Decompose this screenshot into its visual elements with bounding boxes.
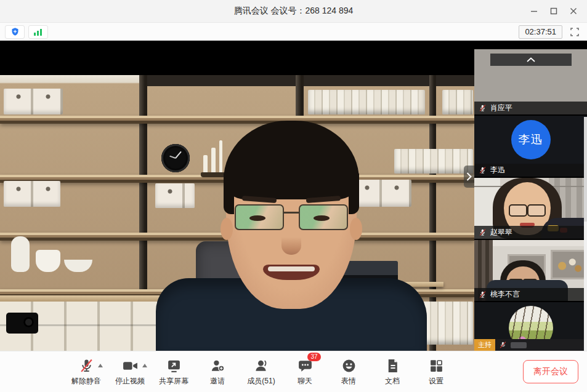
main-video[interactable] xyxy=(0,41,474,351)
storage-box xyxy=(4,181,60,207)
chevron-right-icon xyxy=(466,172,472,181)
chevron-up-icon xyxy=(527,57,535,62)
participant-name-bar: 李迅 xyxy=(474,164,587,177)
unmute-button[interactable]: 解除静音 xyxy=(69,358,103,386)
speaker-person xyxy=(156,110,427,351)
invite-icon xyxy=(210,358,225,374)
storage-box xyxy=(4,89,63,114)
stop-video-button[interactable]: 停止视频 xyxy=(113,358,147,386)
scroll-up-button[interactable] xyxy=(490,54,572,66)
share-screen-button[interactable]: 共享屏幕 xyxy=(156,358,191,386)
meeting-timer: 02:37:51 xyxy=(519,25,562,39)
mic-muted-icon xyxy=(479,290,487,298)
share-screen-icon xyxy=(166,358,182,374)
participant-name-bar: 桃李不言 xyxy=(474,288,587,301)
participant-name: 赵翠翠 xyxy=(490,227,512,238)
shelf-top-board xyxy=(139,75,474,86)
leave-meeting-button[interactable]: 离开会议 xyxy=(523,360,578,383)
members-icon xyxy=(254,358,269,374)
docs-button[interactable]: 文档 xyxy=(375,358,410,386)
participant-tile[interactable]: 桃李不言 xyxy=(474,240,587,301)
network-quality-button[interactable] xyxy=(28,25,48,39)
members-button[interactable]: 成员(51) xyxy=(244,358,278,386)
glasses xyxy=(235,204,284,230)
close-button[interactable] xyxy=(564,3,583,19)
mic-options-arrow[interactable] xyxy=(98,364,103,367)
participant-tile[interactable]: 主持 xyxy=(474,302,587,351)
status-bar: 02:37:51 xyxy=(0,23,587,41)
mic-muted-icon xyxy=(499,341,507,349)
main-video-scene xyxy=(0,75,474,351)
sidebar-collapse-arrow[interactable] xyxy=(464,166,474,188)
participant-name: 肖应平 xyxy=(490,103,512,113)
document-icon xyxy=(385,358,400,374)
participant-name: 桃李不言 xyxy=(490,289,520,300)
window-title: 腾讯会议 会议号：268 124 894 xyxy=(234,6,354,17)
mic-muted-icon xyxy=(79,358,94,374)
signal-bars-icon xyxy=(33,28,43,36)
meeting-toolbar: 解除静音 停止视频 共享屏幕 xyxy=(0,351,587,392)
mic-muted-icon xyxy=(479,228,487,236)
vase xyxy=(11,236,30,272)
settings-icon xyxy=(429,358,444,374)
meeting-security-button[interactable] xyxy=(5,25,25,39)
vase xyxy=(36,250,60,272)
video-options-arrow[interactable] xyxy=(142,364,147,367)
fullscreen-icon xyxy=(570,28,579,36)
shield-plus-icon xyxy=(10,27,20,36)
participant-tile[interactable]: 赵翠翠 xyxy=(474,178,587,239)
window-controls xyxy=(524,0,583,22)
chat-button[interactable]: 37 聊天 xyxy=(288,358,322,386)
settings-button[interactable]: 设置 xyxy=(419,358,453,386)
emoji-button[interactable]: 表情 xyxy=(331,358,366,386)
invite-button[interactable]: 邀请 xyxy=(200,358,235,386)
participant-tile[interactable]: 李迅 李迅 xyxy=(474,116,587,177)
participant-name-bar: 肖应平 xyxy=(474,102,587,114)
participant-name: 李迅 xyxy=(490,165,505,175)
books xyxy=(442,90,473,114)
sidebar-scrollbar[interactable] xyxy=(584,117,587,351)
emoji-icon xyxy=(341,358,357,374)
maximize-button[interactable] xyxy=(544,3,564,19)
participant-tile[interactable]: 肖应平 xyxy=(474,49,587,114)
avatar: 李迅 xyxy=(511,120,551,159)
picture-frame xyxy=(551,250,586,279)
host-badge: 主持 xyxy=(474,339,495,351)
camera-prop xyxy=(6,313,38,334)
participant-name-bar: 赵翠翠 xyxy=(474,226,587,239)
participant-name-cropped xyxy=(511,342,527,348)
bowl xyxy=(64,260,92,272)
title-bar: 腾讯会议 会议号：268 124 894 xyxy=(0,0,587,23)
participants-sidebar: 肖应平 李迅 李迅 xyxy=(474,41,587,351)
chat-unread-badge: 37 xyxy=(307,353,320,361)
mic-muted-icon xyxy=(479,104,487,112)
fullscreen-button[interactable] xyxy=(567,25,582,39)
camera-icon xyxy=(122,358,139,374)
mic-muted-icon xyxy=(479,166,487,174)
minimize-button[interactable] xyxy=(524,3,544,19)
meeting-content: 肖应平 李迅 李迅 xyxy=(0,41,587,351)
